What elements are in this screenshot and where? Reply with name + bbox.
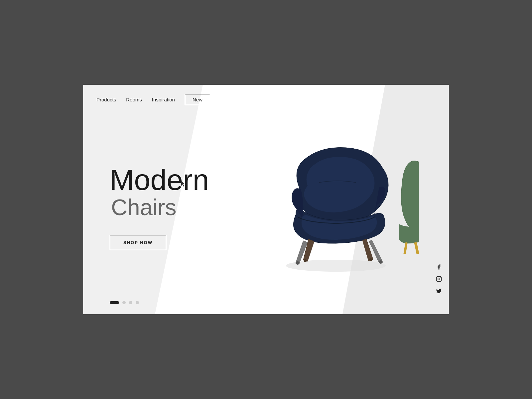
svg-line-7 bbox=[404, 243, 406, 254]
svg-point-5 bbox=[369, 258, 372, 261]
svg-point-4 bbox=[304, 259, 307, 262]
svg-point-9 bbox=[438, 278, 440, 280]
svg-point-3 bbox=[379, 260, 383, 264]
carousel-dot-4[interactable] bbox=[136, 301, 139, 304]
main-content: Modern Chairs SHOP NOW bbox=[83, 114, 449, 294]
nav-rooms[interactable]: Rooms bbox=[126, 97, 142, 102]
main-chair-image bbox=[253, 128, 419, 274]
svg-line-6 bbox=[416, 243, 419, 254]
twitter-icon[interactable] bbox=[436, 288, 442, 294]
svg-point-1 bbox=[286, 260, 386, 272]
facebook-icon[interactable] bbox=[436, 264, 442, 270]
browser-frame: Products Rooms Inspiration New Modern Ch… bbox=[83, 85, 449, 314]
chair-area bbox=[236, 128, 436, 287]
second-chair-hint bbox=[399, 154, 419, 254]
svg-marker-0 bbox=[181, 181, 185, 187]
instagram-icon[interactable] bbox=[436, 276, 442, 282]
carousel-dot-2[interactable] bbox=[122, 301, 126, 304]
navigation: Products Rooms Inspiration New bbox=[83, 85, 449, 114]
social-icons bbox=[436, 264, 442, 294]
shop-now-button[interactable]: SHOP NOW bbox=[110, 235, 166, 250]
svg-rect-8 bbox=[437, 277, 442, 282]
nav-products[interactable]: Products bbox=[96, 97, 116, 102]
nav-new[interactable]: New bbox=[185, 94, 210, 105]
hero-title-modern: Modern bbox=[110, 165, 236, 195]
left-section: Modern Chairs SHOP NOW bbox=[110, 165, 236, 250]
carousel-dots bbox=[110, 301, 139, 304]
carousel-dot-1[interactable] bbox=[110, 301, 119, 304]
svg-point-2 bbox=[296, 261, 300, 265]
cursor-indicator bbox=[181, 181, 185, 185]
hero-title-chairs: Chairs bbox=[110, 196, 236, 218]
svg-point-10 bbox=[440, 277, 441, 278]
nav-inspiration[interactable]: Inspiration bbox=[152, 97, 175, 102]
carousel-dot-3[interactable] bbox=[129, 301, 132, 304]
